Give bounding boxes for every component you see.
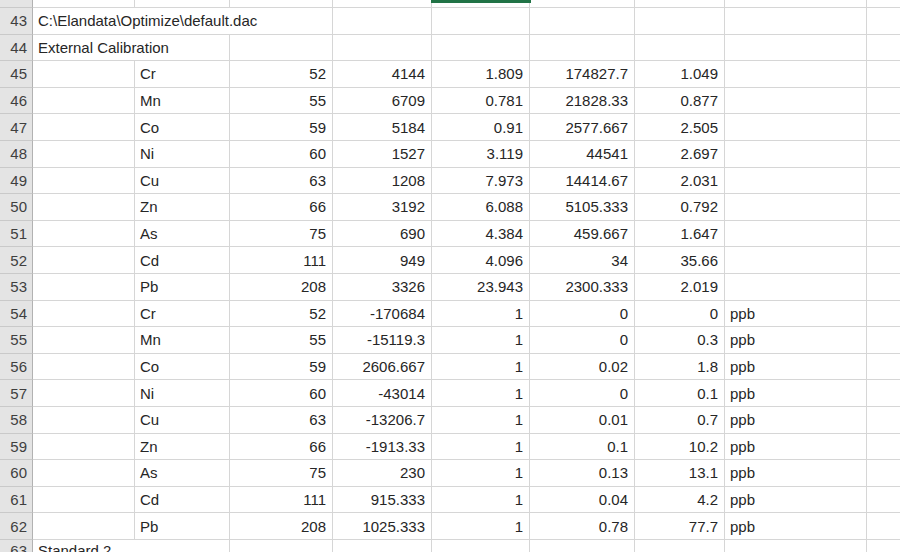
cell[interactable] (33, 460, 135, 487)
cell[interactable] (867, 141, 900, 168)
unit-cell[interactable] (725, 141, 867, 168)
row-header[interactable]: 62 (0, 513, 33, 540)
cell[interactable] (867, 407, 900, 434)
element-cell[interactable]: Cd (135, 487, 230, 514)
cell[interactable] (867, 274, 900, 301)
cell[interactable] (33, 327, 135, 354)
cell[interactable] (867, 460, 900, 487)
value-cell[interactable]: -15119.3 (333, 327, 432, 354)
cell[interactable] (33, 513, 135, 540)
cell[interactable] (867, 221, 900, 248)
element-cell[interactable]: Cu (135, 168, 230, 195)
cell[interactable] (33, 380, 135, 407)
value-cell[interactable]: 6.088 (432, 194, 530, 221)
value-cell[interactable]: 0.13 (530, 460, 635, 487)
value-cell[interactable]: 2300.333 (530, 274, 635, 301)
cell[interactable] (333, 8, 432, 35)
row-header[interactable]: 52 (0, 247, 33, 274)
unit-cell[interactable]: ppb (725, 407, 867, 434)
mass-cell[interactable]: 59 (230, 114, 333, 141)
value-cell[interactable]: 77.7 (635, 513, 725, 540)
cell[interactable] (867, 194, 900, 221)
element-cell[interactable]: Cd (135, 247, 230, 274)
row-header[interactable]: 58 (0, 407, 33, 434)
cell[interactable] (867, 540, 900, 552)
row-header[interactable]: 56 (0, 354, 33, 381)
cell[interactable] (33, 247, 135, 274)
element-cell[interactable]: As (135, 460, 230, 487)
value-cell[interactable]: 2.019 (635, 274, 725, 301)
cell[interactable] (230, 0, 333, 8)
value-cell[interactable]: 1 (432, 301, 530, 328)
mass-cell[interactable]: 59 (230, 354, 333, 381)
value-cell[interactable]: 2.031 (635, 168, 725, 195)
row-header[interactable]: 47 (0, 114, 33, 141)
mass-cell[interactable]: 63 (230, 168, 333, 195)
unit-cell[interactable] (725, 88, 867, 115)
cell[interactable] (725, 0, 867, 8)
cell[interactable] (867, 513, 900, 540)
value-cell[interactable]: 0.781 (432, 88, 530, 115)
row-header[interactable]: 45 (0, 61, 33, 88)
cell[interactable] (867, 354, 900, 381)
cell[interactable] (635, 540, 725, 552)
value-cell[interactable]: 13.1 (635, 460, 725, 487)
mass-cell[interactable]: 75 (230, 460, 333, 487)
cell[interactable] (635, 0, 725, 8)
mass-cell[interactable]: 55 (230, 327, 333, 354)
value-cell[interactable]: 1.049 (635, 61, 725, 88)
value-cell[interactable]: 1 (432, 354, 530, 381)
value-cell[interactable]: 34 (530, 247, 635, 274)
cell[interactable] (432, 35, 530, 62)
label-cell[interactable]: C:\Elandata\Optimize\default.dac (33, 8, 333, 35)
value-cell[interactable]: 3326 (333, 274, 432, 301)
value-cell[interactable]: 35.66 (635, 247, 725, 274)
cell[interactable] (33, 221, 135, 248)
value-cell[interactable]: 44541 (530, 141, 635, 168)
unit-cell[interactable] (725, 247, 867, 274)
mass-cell[interactable]: 60 (230, 380, 333, 407)
unit-cell[interactable]: ppb (725, 487, 867, 514)
value-cell[interactable]: 0 (530, 380, 635, 407)
cell[interactable] (333, 35, 432, 62)
cell[interactable] (33, 194, 135, 221)
value-cell[interactable]: 0.3 (635, 327, 725, 354)
mass-cell[interactable]: 52 (230, 301, 333, 328)
unit-cell[interactable]: ppb (725, 460, 867, 487)
row-header[interactable]: 48 (0, 141, 33, 168)
value-cell[interactable]: 0.04 (530, 487, 635, 514)
mass-cell[interactable]: 75 (230, 221, 333, 248)
value-cell[interactable]: 3.119 (432, 141, 530, 168)
value-cell[interactable]: 0 (530, 327, 635, 354)
value-cell[interactable]: 23.943 (432, 274, 530, 301)
cell[interactable] (725, 35, 867, 62)
value-cell[interactable]: 1 (432, 327, 530, 354)
value-cell[interactable]: 1.647 (635, 221, 725, 248)
value-cell[interactable]: 1.809 (432, 61, 530, 88)
cell[interactable] (432, 8, 530, 35)
value-cell[interactable]: 0.91 (432, 114, 530, 141)
mass-cell[interactable]: 111 (230, 247, 333, 274)
cell[interactable] (530, 0, 635, 8)
value-cell[interactable]: 4.096 (432, 247, 530, 274)
row-header[interactable]: 53 (0, 274, 33, 301)
mass-cell[interactable]: 63 (230, 407, 333, 434)
element-cell[interactable]: Ni (135, 380, 230, 407)
cell[interactable] (867, 327, 900, 354)
value-cell[interactable]: 459.667 (530, 221, 635, 248)
element-cell[interactable]: Zn (135, 434, 230, 461)
row-header[interactable]: 44 (0, 35, 33, 62)
cell[interactable] (725, 540, 867, 552)
unit-cell[interactable]: ppb (725, 513, 867, 540)
cell[interactable] (230, 35, 333, 62)
value-cell[interactable]: 5184 (333, 114, 432, 141)
value-cell[interactable]: 0 (635, 301, 725, 328)
value-cell[interactable]: 1 (432, 460, 530, 487)
value-cell[interactable]: 21828.33 (530, 88, 635, 115)
row-header[interactable]: 50 (0, 194, 33, 221)
row-header[interactable]: 59 (0, 434, 33, 461)
mass-cell[interactable]: 60 (230, 141, 333, 168)
value-cell[interactable]: 1 (432, 487, 530, 514)
value-cell[interactable]: 6709 (333, 88, 432, 115)
cell[interactable] (867, 35, 900, 62)
